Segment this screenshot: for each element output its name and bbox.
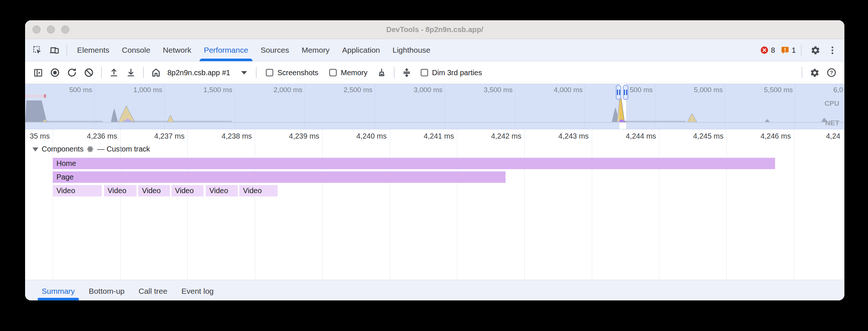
- dropdown-caret-icon[interactable]: [241, 71, 247, 74]
- timeline-detail[interactable]: Components — Custom track 35 ms4,236 ms4…: [25, 129, 844, 280]
- gear-icon[interactable]: [807, 42, 824, 59]
- handle-grip: [619, 90, 620, 95]
- track-entry-label: Video: [53, 187, 75, 195]
- checkbox-box[interactable]: [329, 69, 337, 76]
- minimap-tick-label: 5,500 ms: [719, 86, 793, 94]
- ruler-tick-label: 4,245 ms: [650, 132, 723, 140]
- minimap-tick-label: 6,0: [833, 86, 844, 94]
- tab-performance[interactable]: Performance: [198, 39, 254, 61]
- tab-network[interactable]: Network: [157, 39, 198, 61]
- clear-icon[interactable]: [80, 64, 97, 81]
- ruler-tick-label: 4,244 ms: [582, 132, 656, 140]
- minimap-tick-label: 4,000 ms: [509, 86, 583, 94]
- ruler-tick-label: 4,240 ms: [313, 132, 387, 140]
- active-bottom-tab-underline: [38, 298, 79, 300]
- screenshots-checkbox[interactable]: Screenshots: [266, 69, 318, 77]
- kebab-icon[interactable]: [824, 42, 841, 59]
- ruler-tick-label: 4,237 ms: [111, 132, 184, 140]
- help-icon[interactable]: ?: [823, 64, 840, 81]
- track-entry-video[interactable]: Video: [206, 185, 238, 196]
- track-entry-video[interactable]: Video: [239, 185, 278, 196]
- tab-lighthouse[interactable]: Lighthouse: [386, 39, 437, 61]
- minimize-button[interactable]: [47, 25, 55, 34]
- track-entry-label: Video: [171, 187, 194, 195]
- upload-icon[interactable]: [105, 64, 122, 81]
- reload-icon[interactable]: [63, 64, 80, 81]
- bottom-tab-event-log[interactable]: Event log: [174, 280, 221, 300]
- bottom-tab-call-tree[interactable]: Call tree: [132, 280, 174, 300]
- track-entry-video[interactable]: Video: [171, 185, 204, 196]
- detail-gridline: [524, 129, 525, 280]
- performance-toolbar: 8p2n9n.csb.app #1 Screenshots Memory: [25, 62, 844, 84]
- tab-memory[interactable]: Memory: [295, 39, 336, 61]
- components-track-header[interactable]: Components — Custom track: [32, 145, 150, 153]
- bottom-tab-label: Call tree: [139, 287, 167, 296]
- tab-label: Sources: [261, 46, 289, 55]
- download-icon[interactable]: [122, 64, 139, 81]
- bottom-tab-summary[interactable]: Summary: [35, 280, 82, 300]
- checkbox-box[interactable]: [266, 69, 273, 76]
- panel-tabs: ElementsConsoleNetworkPerformanceSources…: [71, 39, 437, 61]
- tab-sources[interactable]: Sources: [254, 39, 295, 61]
- tabbar-right: 8 1: [754, 42, 841, 59]
- disclosure-triangle-icon[interactable]: [32, 147, 38, 151]
- track-entry-home[interactable]: Home: [53, 158, 775, 169]
- track-entry-video[interactable]: Video: [104, 185, 136, 196]
- zoom-button[interactable]: [61, 25, 69, 34]
- detail-gridline: [255, 129, 255, 280]
- handle-grip: [626, 90, 627, 95]
- tab-label: Console: [122, 46, 150, 55]
- dim-3rd-parties-checkbox[interactable]: Dim 3rd parties: [421, 69, 482, 77]
- divider: [143, 67, 144, 78]
- selection-handle-right[interactable]: [623, 85, 628, 100]
- tab-console[interactable]: Console: [116, 39, 157, 61]
- bottom-tab-label: Bottom-up: [89, 287, 125, 296]
- timeline-overview[interactable]: 500 ms1,000 ms1,500 ms2,000 ms2,500 ms3,…: [25, 84, 844, 129]
- tab-elements[interactable]: Elements: [71, 39, 116, 61]
- memory-checkbox[interactable]: Memory: [329, 69, 367, 77]
- track-entry-label: Home: [53, 159, 76, 168]
- checkbox-box[interactable]: [421, 69, 428, 76]
- error-badge[interactable]: 8: [760, 46, 775, 55]
- tab-label: Memory: [302, 46, 330, 55]
- ruler-tick-label: 4,242 ms: [448, 132, 521, 140]
- minimap-tick-label: 500 ms: [25, 86, 92, 94]
- track-entry-video[interactable]: Video: [53, 185, 102, 196]
- detail-gridline: [53, 129, 53, 280]
- issue-count: 1: [792, 46, 796, 55]
- selection-handle-left[interactable]: [616, 85, 621, 100]
- track-entry-page[interactable]: Page: [53, 171, 506, 183]
- track-entry-label: Video: [104, 187, 126, 195]
- track-entry-video[interactable]: Video: [138, 185, 170, 196]
- record-icon[interactable]: [46, 64, 63, 81]
- divider: [101, 67, 102, 78]
- issues-badge[interactable]: 1: [781, 46, 796, 55]
- tab-application[interactable]: Application: [336, 39, 386, 61]
- home-icon[interactable]: [147, 64, 164, 81]
- track-entry-label: Page: [53, 173, 74, 181]
- tab-label: Elements: [77, 46, 110, 55]
- ruler-tick-label: 4,246 ms: [717, 132, 791, 140]
- gc-brush-icon[interactable]: [373, 64, 390, 81]
- collapse-icon[interactable]: [398, 64, 415, 81]
- detail-gridline: [390, 129, 390, 280]
- close-button[interactable]: [32, 25, 41, 34]
- track-title: Components: [42, 145, 83, 153]
- titlebar: DevTools - 8p2n9n.csb.app/: [25, 20, 844, 39]
- target-selector[interactable]: 8p2n9n.csb.app #1: [167, 69, 230, 77]
- detail-gridline: [726, 129, 727, 280]
- bottom-tab-label: Summary: [42, 287, 75, 296]
- perf-settings-gear-icon[interactable]: [806, 64, 823, 81]
- error-count: 8: [771, 46, 775, 55]
- divider: [394, 67, 395, 78]
- bottom-tab-bottom-up[interactable]: Bottom-up: [82, 280, 132, 300]
- panel-left-icon[interactable]: [29, 64, 46, 81]
- ruler-tick-label: 4,24: [826, 132, 844, 140]
- detail-gridline: [120, 129, 121, 280]
- minimap-tick-label: 1,000 ms: [88, 86, 162, 94]
- ruler-tick-label: 4,236 ms: [44, 132, 117, 140]
- device-toolbar-icon[interactable]: [46, 42, 63, 59]
- divider: [66, 45, 67, 56]
- inspect-icon[interactable]: [29, 42, 46, 59]
- devtools-tabbar: ElementsConsoleNetworkPerformanceSources…: [25, 39, 844, 62]
